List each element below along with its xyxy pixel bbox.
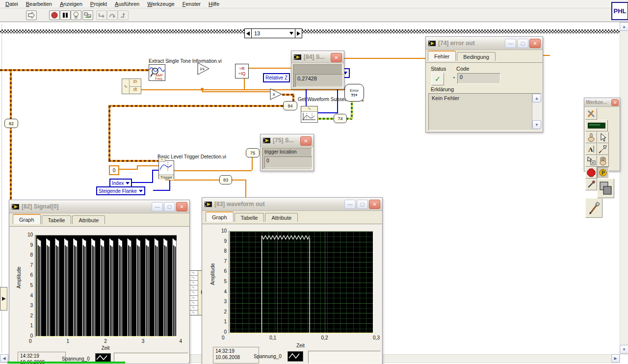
- extract-single-tone-vi-icon[interactable]: AMP Freq.: [149, 64, 165, 81]
- tab-graph[interactable]: Graph: [13, 214, 41, 224]
- step-into-icon[interactable]: [96, 10, 107, 20]
- scroll-right-icon[interactable]: ▶: [611, 354, 620, 363]
- object-shortcut-menu-tool-icon[interactable]: [585, 155, 597, 167]
- reciprocal-node[interactable]: 1∕x: [197, 62, 210, 75]
- build-array-node[interactable]: ∿ ∿ ∿ ∿ ∿ ∿ ∿ ∿ ∿: [188, 270, 202, 315]
- signal0-window[interactable]: [82] Signal[0] — ▢ ✕ Graph Tabelle Attri…: [9, 200, 190, 363]
- probe75-titlebar[interactable]: [75] S... ✕: [261, 134, 314, 147]
- auto-tool-led-icon[interactable]: [585, 120, 608, 131]
- scroll-up-icon[interactable]: ▲: [620, 22, 628, 31]
- close-icon[interactable]: ✕: [369, 200, 380, 209]
- minimize-icon[interactable]: —: [505, 39, 516, 48]
- menu-projekt[interactable]: Projekt: [87, 0, 110, 7]
- signal0-plot[interactable]: [35, 235, 177, 338]
- graph-palette-box[interactable]: [308, 351, 381, 364]
- scroll-window-tool-icon[interactable]: [597, 155, 609, 167]
- probe-tag-82[interactable]: 82: [4, 119, 18, 128]
- basic-level-trigger-vi-icon[interactable]: ∿ Trigger: [158, 160, 174, 179]
- menu-bearbeiten[interactable]: Bearbeiten: [23, 0, 55, 7]
- quotient-remainder-node[interactable]: ÷R ÷IQ: [235, 64, 249, 78]
- t0-terminal[interactable]: t0: [130, 79, 141, 87]
- menu-ausfuehren[interactable]: Ausführen: [111, 0, 143, 7]
- probe-tag-83[interactable]: 83: [219, 175, 232, 184]
- code-value-field[interactable]: 0: [457, 73, 500, 84]
- probe-tag-84[interactable]: 84: [283, 101, 297, 110]
- signal0-titlebar[interactable]: [82] Signal[0] — ▢ ✕: [9, 200, 189, 213]
- menu-hilfe[interactable]: Hilfe: [205, 0, 223, 7]
- minimize-icon[interactable]: —: [344, 200, 356, 209]
- close-icon[interactable]: ✕: [611, 99, 619, 106]
- explanation-scrollbar[interactable]: ▲ ▼: [532, 94, 541, 129]
- flanke-enum[interactable]: Steigende Flanke: [96, 186, 145, 195]
- set-breakpoint-tool-icon[interactable]: [585, 167, 597, 179]
- set-color-tool-icon[interactable]: [597, 179, 614, 198]
- paintbrush-tool-icon[interactable]: [585, 198, 602, 218]
- waveform-out-titlebar[interactable]: [83] waveform out — ▢ ✕: [202, 198, 382, 211]
- tab-bedingung[interactable]: Bedingung: [457, 52, 496, 61]
- highlight-execution-icon[interactable]: [71, 10, 81, 20]
- operate-value-tool-icon[interactable]: [585, 131, 597, 143]
- run-icon[interactable]: [26, 10, 37, 20]
- menu-fenster[interactable]: Fenster: [179, 0, 204, 7]
- scroll-down-icon[interactable]: ▼: [620, 345, 628, 354]
- tools-palette-titlebar[interactable]: Werkze... ✕: [584, 98, 620, 107]
- probe-window-75[interactable]: [75] S... ✕ trigger location 0: [260, 134, 314, 171]
- code-spinner[interactable]: ◂: [453, 76, 455, 79]
- probe-data-tool-icon[interactable]: P: [597, 167, 609, 179]
- close-icon[interactable]: ✕: [300, 136, 312, 146]
- menu-werkzeuge[interactable]: Werkzeuge: [144, 0, 178, 7]
- relative-enum[interactable]: Relative Z: [263, 73, 290, 82]
- close-icon[interactable]: ✕: [331, 53, 342, 62]
- close-icon[interactable]: ✕: [529, 39, 541, 48]
- tab-tabelle[interactable]: Tabelle: [235, 213, 264, 222]
- close-icon[interactable]: ✕: [176, 202, 187, 211]
- pause-icon[interactable]: [60, 10, 71, 20]
- get-color-tool-icon[interactable]: [585, 179, 597, 190]
- simple-error-handler-node[interactable]: Error ?!+ ✳: [344, 84, 364, 102]
- error-out-titlebar[interactable]: [74] error out — ▢ ✕: [426, 37, 543, 50]
- tab-graph[interactable]: Graph: [206, 211, 234, 222]
- legend-line-icon[interactable]: [288, 351, 303, 362]
- frame-next-icon[interactable]: [295, 29, 302, 38]
- menu-datei[interactable]: Datei: [2, 0, 22, 7]
- abort-icon[interactable]: [49, 10, 60, 20]
- connect-wire-tool-icon[interactable]: [597, 143, 609, 155]
- tab-tabelle[interactable]: Tabelle: [42, 215, 72, 224]
- step-out-icon[interactable]: [118, 10, 129, 20]
- waveform-out-window[interactable]: [83] waveform out — ▢ ✕ Graph Tabelle At…: [202, 197, 383, 364]
- probe84-titlebar[interactable]: [84] S... ✕: [291, 51, 344, 63]
- minimize-icon[interactable]: —: [152, 202, 163, 211]
- retain-wire-values-icon[interactable]: [82, 10, 93, 20]
- vertical-scrollbar[interactable]: [620, 22, 628, 355]
- tab-attribute[interactable]: Attribute: [72, 215, 105, 224]
- menu-anzeigen[interactable]: Anzeigen: [56, 0, 86, 7]
- frame-dropdown-icon[interactable]: [288, 32, 295, 35]
- maximize-icon[interactable]: ▢: [517, 39, 528, 48]
- maximize-icon[interactable]: ▢: [164, 202, 175, 211]
- scroll-down-icon[interactable]: ▼: [532, 120, 541, 129]
- automatic-tool-selection-icon[interactable]: [585, 108, 597, 120]
- step-over-icon[interactable]: [107, 10, 118, 20]
- probe84-value[interactable]: 0,27428: [295, 74, 343, 87]
- multiply-node[interactable]: x: [270, 88, 283, 100]
- numeric-constant-0[interactable]: 0: [109, 165, 119, 175]
- get-waveform-subset-vi-icon[interactable]: ∿: [301, 106, 318, 123]
- probe-window-84[interactable]: [84] S... ✕ 0,27428: [291, 51, 344, 89]
- probe-tag-75[interactable]: 75: [246, 148, 260, 157]
- frame-prev-icon[interactable]: [245, 29, 252, 38]
- waveform-out-plot[interactable]: [229, 231, 373, 334]
- left-edge-vi-icon[interactable]: [0, 287, 7, 311]
- dt-terminal[interactable]: dt: [130, 87, 141, 94]
- probe75-value[interactable]: 0: [264, 156, 313, 168]
- tab-attribute[interactable]: Attribute: [265, 213, 298, 222]
- position-select-tool-icon[interactable]: [597, 131, 609, 143]
- error-out-window[interactable]: [74] error out — ▢ ✕ Fehler Bedingung St…: [425, 36, 543, 132]
- frame-number[interactable]: 13: [252, 30, 288, 36]
- tools-palette[interactable]: Werkze... ✕ A P: [584, 98, 620, 171]
- waveform-components-node[interactable]: ∿ t0 dt: [122, 78, 141, 94]
- probe-tag-74[interactable]: 74: [334, 114, 347, 123]
- scroll-up-icon[interactable]: ▲: [532, 94, 541, 103]
- edit-text-tool-icon[interactable]: A: [585, 143, 597, 155]
- status-ok-check-icon[interactable]: ✓: [431, 73, 444, 85]
- maximize-icon[interactable]: ▢: [357, 200, 368, 209]
